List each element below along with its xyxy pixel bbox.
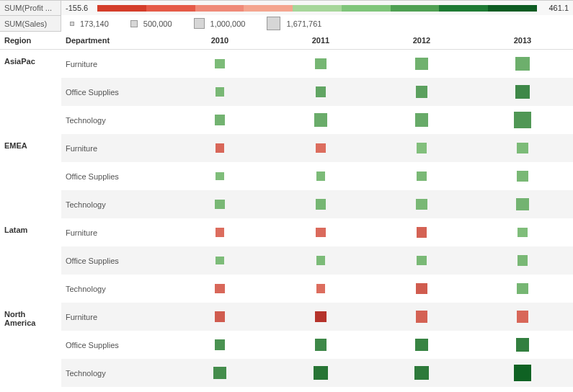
data-cell[interactable] bbox=[270, 303, 371, 331]
data-cell[interactable] bbox=[472, 218, 573, 246]
data-cell[interactable] bbox=[169, 106, 270, 134]
square-mark-icon bbox=[316, 256, 325, 264]
size-legend-label: SUM(Sales) bbox=[0, 16, 61, 31]
data-cell[interactable] bbox=[169, 78, 270, 106]
department-label: Office Supplies bbox=[61, 257, 169, 265]
data-cell[interactable] bbox=[472, 303, 573, 331]
square-mark-icon bbox=[216, 228, 224, 236]
region-label: North America bbox=[0, 303, 61, 387]
table-row: Furniture bbox=[61, 218, 573, 246]
data-cell[interactable] bbox=[270, 246, 371, 275]
data-cell[interactable] bbox=[472, 359, 573, 387]
square-mark-icon bbox=[215, 339, 225, 349]
square-mark-icon bbox=[517, 311, 528, 322]
region-label: AsiaPac bbox=[0, 50, 61, 134]
department-label: Technology bbox=[61, 285, 169, 293]
data-cell[interactable] bbox=[169, 134, 270, 162]
square-mark-icon bbox=[314, 366, 328, 380]
table-row: Office Supplies bbox=[61, 246, 573, 275]
dept-rows: FurnitureOffice SuppliesTechnology bbox=[61, 303, 573, 387]
profit-color-legend: SUM(Profit ... -155.6 461.1 bbox=[0, 0, 573, 16]
square-mark-icon bbox=[216, 87, 225, 97]
table-row: Furniture bbox=[61, 50, 573, 78]
square-mark-icon bbox=[215, 115, 225, 125]
data-cell[interactable] bbox=[371, 106, 472, 134]
data-cell[interactable] bbox=[270, 162, 371, 190]
square-mark-icon bbox=[417, 256, 426, 265]
header-department: Department bbox=[61, 32, 169, 49]
data-cell[interactable] bbox=[371, 134, 472, 162]
header-year-1: 2011 bbox=[270, 32, 371, 49]
data-cell[interactable] bbox=[371, 275, 472, 303]
header-year-2: 2012 bbox=[371, 32, 472, 49]
size-swatch-label: 173,140 bbox=[80, 19, 109, 28]
square-mark-icon bbox=[215, 200, 225, 210]
square-mark-icon bbox=[213, 367, 226, 379]
size-legend-item: 173,140 bbox=[70, 19, 109, 28]
size-swatch-icon bbox=[267, 17, 280, 30]
data-cell[interactable] bbox=[270, 106, 371, 134]
data-cell[interactable] bbox=[472, 50, 573, 78]
data-cell[interactable] bbox=[371, 162, 472, 190]
department-label: Office Supplies bbox=[61, 341, 169, 349]
data-cell[interactable] bbox=[270, 190, 371, 218]
size-legend-item: 1,671,761 bbox=[267, 17, 321, 30]
size-legend-item: 500,000 bbox=[130, 19, 172, 28]
department-label: Technology bbox=[61, 200, 169, 209]
data-cell[interactable] bbox=[169, 246, 270, 275]
square-mark-icon bbox=[518, 228, 528, 238]
header-row: Region Department 2010 2011 2012 2013 bbox=[0, 32, 573, 50]
data-cell[interactable] bbox=[371, 190, 472, 218]
table-row: Technology bbox=[61, 359, 573, 387]
square-mark-icon bbox=[215, 59, 224, 68]
square-mark-icon bbox=[417, 227, 427, 238]
size-swatch-label: 1,000,000 bbox=[210, 19, 246, 28]
data-cell[interactable] bbox=[472, 134, 573, 162]
data-cell[interactable] bbox=[472, 106, 573, 134]
data-cell[interactable] bbox=[371, 303, 472, 331]
data-cell[interactable] bbox=[169, 303, 270, 331]
square-mark-icon bbox=[515, 85, 530, 99]
data-cell[interactable] bbox=[270, 359, 371, 387]
data-cell[interactable] bbox=[371, 331, 472, 359]
department-label: Office Supplies bbox=[61, 88, 169, 97]
square-mark-icon bbox=[416, 86, 428, 98]
data-cell[interactable] bbox=[169, 275, 270, 303]
square-mark-icon bbox=[314, 113, 327, 126]
color-gradient bbox=[97, 5, 537, 12]
data-cell[interactable] bbox=[169, 218, 270, 246]
square-mark-icon bbox=[514, 112, 531, 129]
data-cell[interactable] bbox=[472, 331, 573, 359]
data-cell[interactable] bbox=[270, 50, 371, 78]
data-cell[interactable] bbox=[371, 78, 472, 106]
square-mark-icon bbox=[518, 255, 528, 266]
square-mark-icon bbox=[517, 171, 528, 182]
data-cell[interactable] bbox=[270, 134, 371, 162]
size-legend-item: 1,000,000 bbox=[194, 18, 246, 29]
data-cell[interactable] bbox=[371, 218, 472, 246]
data-cell[interactable] bbox=[371, 246, 472, 275]
square-mark-icon bbox=[514, 365, 531, 382]
data-cell[interactable] bbox=[371, 50, 472, 78]
data-cell[interactable] bbox=[270, 331, 371, 359]
data-cell[interactable] bbox=[472, 162, 573, 190]
data-cell[interactable] bbox=[169, 359, 270, 387]
data-cell[interactable] bbox=[270, 78, 371, 106]
data-cell[interactable] bbox=[169, 331, 270, 359]
data-cell[interactable] bbox=[270, 218, 371, 246]
data-cell[interactable] bbox=[472, 246, 573, 275]
square-mark-icon bbox=[216, 257, 223, 264]
data-cell[interactable] bbox=[169, 162, 270, 190]
data-cell[interactable] bbox=[270, 275, 371, 303]
data-cell[interactable] bbox=[169, 50, 270, 78]
square-mark-icon bbox=[417, 172, 427, 182]
dept-rows: FurnitureOffice SuppliesTechnology bbox=[61, 218, 573, 303]
square-mark-icon bbox=[417, 143, 427, 153]
data-cell[interactable] bbox=[169, 190, 270, 218]
data-cell[interactable] bbox=[472, 190, 573, 218]
data-cell[interactable] bbox=[472, 275, 573, 303]
region-label: Latam bbox=[0, 218, 61, 303]
table-row: Office Supplies bbox=[61, 78, 573, 106]
data-cell[interactable] bbox=[472, 78, 573, 106]
data-cell[interactable] bbox=[371, 359, 472, 387]
